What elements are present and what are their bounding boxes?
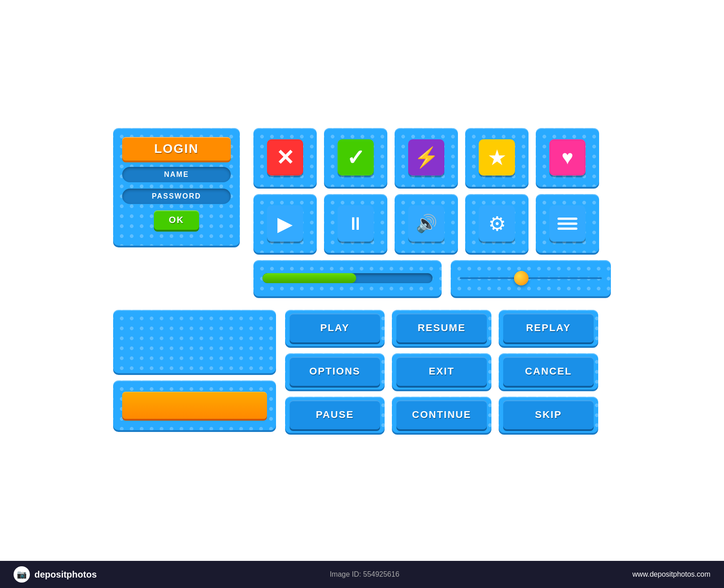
slider-track[interactable] [460,277,602,279]
heart-icon: ♥ [549,139,586,175]
play-button-label: PLAY [290,313,380,342]
list-icon [549,205,586,242]
sound-icon-tile[interactable]: 🔊 [395,194,458,253]
exit-button-label: EXIT [396,357,487,386]
orange-bar [122,392,267,419]
play-icon: ▶ [267,205,303,242]
progress-bar-panel [253,260,442,296]
check-icon-tile[interactable]: ✓ [324,128,387,187]
cancel-button-label: CANCEL [503,357,594,386]
logo-text: depositphotos [34,569,97,580]
resume-button[interactable]: RESUME [392,310,491,346]
pause-icon-tile[interactable]: ⏸ [324,194,387,253]
star-icon-tile[interactable]: ★ [465,128,529,187]
resume-button-label: RESUME [396,313,487,342]
settings-icon: ⚙ [479,205,515,242]
top-section: LOGIN NAME PASSWORD OK ✕ ✓ ⚡ [113,128,611,296]
text-area-section [113,310,276,430]
pause-button-label: PAUSE [290,400,380,429]
buttons-grid: PLAY RESUME REPLAY OPTIONS EXIT CANCEL [285,310,611,433]
replay-button[interactable]: REPLAY [499,310,598,346]
login-panel: LOGIN NAME PASSWORD OK [113,128,240,246]
progress-track[interactable] [262,273,433,283]
lightning-icon-tile[interactable]: ⚡ [395,128,458,187]
options-button[interactable]: OPTIONS [285,353,385,389]
password-input[interactable]: PASSWORD [122,189,231,204]
pause-icon: ⏸ [338,205,374,242]
name-input[interactable]: NAME [122,167,231,182]
image-id: Image ID: 554925616 [330,570,400,579]
close-icon: ✕ [267,139,303,175]
ui-container: LOGIN NAME PASSWORD OK ✕ ✓ ⚡ [113,128,611,433]
orange-bar-panel [113,380,276,430]
logo-icon: 📷 [14,566,30,583]
heart-icon-tile[interactable]: ♥ [536,128,599,187]
slider-thumb[interactable] [514,271,529,285]
bottom-bar: 📷 depositphotos Image ID: 554925616 www.… [0,561,724,588]
progress-fill [262,273,356,283]
icon-row-2: ▶ ⏸ 🔊 ⚙ [253,194,611,253]
deposit-url: www.depositphotos.com [632,570,710,579]
middle-section: PLAY RESUME REPLAY OPTIONS EXIT CANCEL [113,310,611,433]
icons-section: ✕ ✓ ⚡ ★ ♥ [253,128,611,296]
lightning-icon: ⚡ [408,139,444,175]
depositphotos-logo: 📷 depositphotos [14,566,97,583]
text-panel [113,310,276,373]
check-icon: ✓ [338,139,374,175]
replay-button-label: REPLAY [503,313,594,342]
sound-icon: 🔊 [408,205,444,242]
sliders-row [253,260,611,296]
skip-button[interactable]: SKIP [499,397,598,433]
pause-button[interactable]: PAUSE [285,397,385,433]
options-button-label: OPTIONS [290,357,380,386]
star-icon: ★ [479,139,515,175]
login-title: LOGIN [122,137,231,161]
ok-button[interactable]: OK [154,210,199,230]
close-icon-tile[interactable]: ✕ [253,128,317,187]
slider-panel [451,260,611,296]
continue-button[interactable]: CONTINUE [392,397,491,433]
settings-icon-tile[interactable]: ⚙ [465,194,529,253]
cancel-button[interactable]: CANCEL [499,353,598,389]
list-icon-tile[interactable] [536,194,599,253]
icon-row-1: ✕ ✓ ⚡ ★ ♥ [253,128,611,187]
continue-button-label: CONTINUE [396,400,487,429]
main-content: LOGIN NAME PASSWORD OK ✕ ✓ ⚡ [0,0,724,561]
play-icon-tile[interactable]: ▶ [253,194,317,253]
skip-button-label: SKIP [503,400,594,429]
play-button[interactable]: PLAY [285,310,385,346]
exit-button[interactable]: EXIT [392,353,491,389]
